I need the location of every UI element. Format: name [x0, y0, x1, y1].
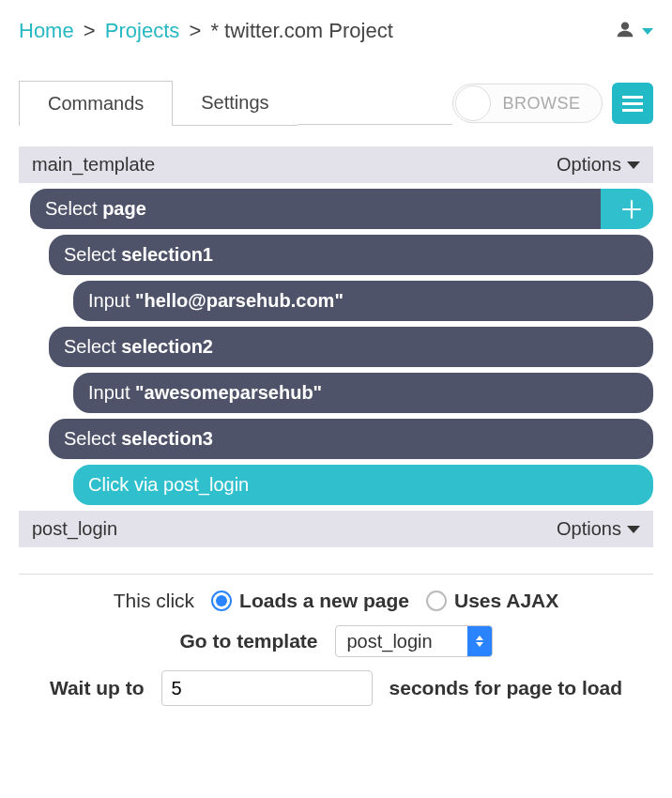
- radio-uses-ajax[interactable]: Uses AJAX: [426, 590, 558, 612]
- select-stepper-icon: [467, 626, 492, 656]
- options-label: Options: [557, 154, 621, 176]
- add-command-button[interactable]: [601, 189, 653, 229]
- toggle-knob: [455, 85, 491, 121]
- config-this-click: This click Loads a new page Uses AJAX: [19, 590, 653, 612]
- svg-point-0: [621, 22, 629, 29]
- command-select-selection2[interactable]: Select selection2: [49, 327, 653, 367]
- caret-down-icon: [642, 28, 653, 35]
- template-name: main_template: [32, 154, 155, 176]
- command-click-post-login[interactable]: Click via post_login: [73, 465, 653, 505]
- breadcrumb-current: * twitter.com Project: [210, 19, 392, 42]
- command-select-page-row: Select page: [19, 189, 653, 229]
- divider: [19, 574, 653, 575]
- hamburger-icon: [622, 96, 643, 99]
- plus-icon: [619, 197, 644, 222]
- command-input-password[interactable]: Input "awesomeparsehub": [73, 373, 653, 413]
- breadcrumb-sep-2: >: [189, 19, 201, 42]
- template-select[interactable]: post_login: [335, 625, 493, 657]
- radio-icon: [426, 591, 447, 611]
- config-wait: Wait up to seconds for page to load: [19, 670, 653, 706]
- header: Home > Projects > * twitter.com Project: [19, 19, 653, 43]
- radio-icon: [211, 591, 232, 611]
- template-name: post_login: [32, 518, 117, 540]
- wait-label: Wait up to: [50, 677, 145, 699]
- hamburger-menu-button[interactable]: [612, 83, 653, 124]
- command-select-page[interactable]: Select page: [30, 189, 618, 229]
- template-select-value: post_login: [336, 626, 467, 656]
- go-to-template-label: Go to template: [179, 630, 317, 652]
- caret-down-icon: [627, 526, 640, 533]
- wait-seconds-input[interactable]: [161, 670, 373, 706]
- radio-loads-new-page[interactable]: Loads a new page: [211, 590, 409, 612]
- user-icon: [616, 20, 634, 43]
- options-trigger[interactable]: Options: [557, 518, 640, 540]
- browse-toggle[interactable]: BROWSE: [452, 84, 603, 123]
- breadcrumb: Home > Projects > * twitter.com Project: [19, 19, 393, 43]
- tabs-row: Commands Settings BROWSE: [19, 81, 653, 126]
- options-label: Options: [557, 518, 621, 540]
- browse-label: BROWSE: [491, 94, 600, 114]
- breadcrumb-sep-1: >: [84, 19, 96, 42]
- user-menu[interactable]: [616, 20, 653, 43]
- config-go-to-template: Go to template post_login: [19, 625, 653, 657]
- breadcrumb-home[interactable]: Home: [19, 19, 74, 42]
- tabs-spacer: [298, 83, 452, 125]
- options-trigger[interactable]: Options: [557, 154, 640, 176]
- command-select-selection1[interactable]: Select selection1: [49, 235, 653, 275]
- breadcrumb-projects[interactable]: Projects: [105, 19, 179, 42]
- caret-down-icon: [627, 161, 640, 169]
- tab-settings[interactable]: Settings: [173, 81, 297, 126]
- this-click-label: This click: [114, 590, 194, 612]
- template-header-post-login: post_login Options: [19, 511, 653, 547]
- template-header-main: main_template Options: [19, 146, 653, 183]
- command-input-email[interactable]: Input "hello@parsehub.com": [73, 281, 653, 321]
- wait-suffix: seconds for page to load: [389, 677, 623, 699]
- tab-commands[interactable]: Commands: [19, 81, 173, 126]
- command-select-selection3[interactable]: Select selection3: [49, 419, 653, 459]
